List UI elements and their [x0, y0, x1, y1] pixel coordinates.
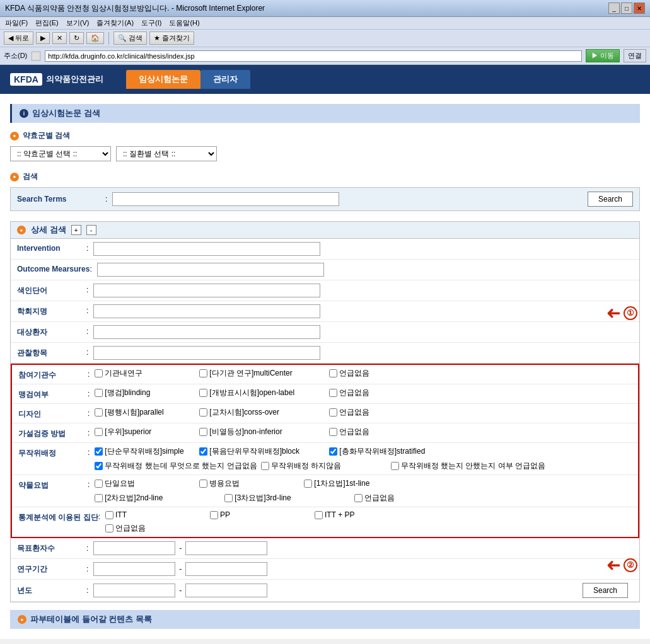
cb15-item[interactable]: [층화무작위배정]stratified: [329, 446, 455, 457]
cb8-item[interactable]: [교차시험]corss-over: [199, 407, 325, 418]
cb28-item[interactable]: 언급없음: [105, 523, 206, 534]
cb25-item[interactable]: ITT: [105, 510, 206, 519]
go-button[interactable]: ▶ 이동: [586, 49, 620, 62]
cb7-item[interactable]: [평행시험]parallel: [95, 407, 195, 418]
cb22-check[interactable]: [95, 494, 103, 502]
cb13-item[interactable]: [단순무작위배정]simple: [95, 446, 195, 457]
cb28-check[interactable]: [105, 524, 113, 532]
cb3-check[interactable]: [329, 369, 337, 377]
cb14-item[interactable]: [묶음단위무작위배정]block: [199, 446, 325, 457]
patient-input[interactable]: [93, 325, 320, 339]
year-to[interactable]: [185, 584, 267, 597]
cb6-item[interactable]: 언급없음: [329, 388, 430, 398]
cb5-check[interactable]: [199, 389, 207, 397]
restore-button[interactable]: □: [621, 3, 632, 14]
menu-view[interactable]: 보기(V): [66, 18, 90, 28]
cb27-item[interactable]: ITT + PP: [315, 510, 415, 519]
menu-tools[interactable]: 도구(I): [141, 18, 161, 28]
menu-help[interactable]: 도움말(H): [169, 18, 199, 28]
address-input[interactable]: [45, 50, 582, 62]
cb11-item[interactable]: [비열등성]non-inferior: [199, 427, 325, 437]
tab-clinical[interactable]: 임상시험논문: [126, 70, 200, 89]
cb10-item[interactable]: [우위]superior: [95, 427, 195, 437]
cb1-item[interactable]: 기관내연구: [95, 368, 195, 379]
observation-input[interactable]: [93, 346, 320, 360]
target-patients-from[interactable]: [93, 541, 175, 555]
research-period-from[interactable]: [93, 562, 175, 576]
cb23-check[interactable]: [224, 494, 233, 502]
cb12-item[interactable]: 언급없음: [329, 427, 430, 437]
cb3-item[interactable]: 언급없음: [329, 368, 430, 379]
cb20-check[interactable]: [199, 480, 207, 488]
menu-favorites[interactable]: 즐겨찾기(A): [96, 18, 134, 28]
cb10-check[interactable]: [95, 428, 103, 436]
cb9-item[interactable]: 언급없음: [329, 407, 430, 418]
keyword-input[interactable]: [93, 284, 320, 297]
drug-category-row: :: 약효군별 선택 :: :: 질환별 선택 ::: [10, 146, 640, 161]
cb26-item[interactable]: PP: [210, 510, 311, 519]
cb17-check[interactable]: [261, 462, 269, 470]
year-from[interactable]: [93, 584, 175, 597]
cb7-check[interactable]: [95, 408, 103, 417]
cb12-check[interactable]: [329, 428, 337, 436]
minimize-button[interactable]: _: [608, 3, 620, 14]
cb4-item[interactable]: [맹검]blinding: [95, 388, 195, 398]
link-button[interactable]: 연결: [624, 49, 646, 62]
cb16-item[interactable]: 무작위배정 했는데 무엇으로 했는지 언급없음: [95, 461, 257, 471]
disease-select[interactable]: :: 질환별 선택 ::: [116, 146, 217, 161]
cb26-check[interactable]: [210, 511, 218, 519]
cb21-check[interactable]: [304, 480, 312, 488]
cb22-item[interactable]: [2차요법]2nd-line: [95, 493, 221, 503]
target-patients-to[interactable]: [185, 541, 267, 555]
cb8-check[interactable]: [199, 408, 207, 417]
tab-admin[interactable]: 관리자: [200, 70, 250, 89]
cb18-check[interactable]: [391, 462, 399, 470]
stop-button[interactable]: ✕: [52, 32, 67, 44]
research-period-to[interactable]: [185, 562, 267, 576]
cb2-item[interactable]: [다기관 연구]multiCenter: [199, 368, 325, 379]
cb19-check[interactable]: [95, 480, 103, 488]
cb25-check[interactable]: [105, 511, 113, 519]
cb19-item[interactable]: 단일요법: [95, 478, 195, 489]
menu-file[interactable]: 파일(F): [5, 18, 28, 28]
back-button[interactable]: ◀ 뒤로: [4, 32, 33, 45]
cb11-check[interactable]: [199, 428, 207, 436]
search-colon: :: [105, 195, 107, 204]
cb6-check[interactable]: [329, 389, 337, 397]
menu-edit[interactable]: 편집(E): [35, 18, 59, 28]
close-button[interactable]: ✕: [634, 3, 645, 14]
cb9-check[interactable]: [329, 408, 337, 417]
cb20-item[interactable]: 병용요법: [199, 478, 300, 489]
search-button-toolbar[interactable]: 🔍 검색: [113, 32, 147, 45]
cb27-check[interactable]: [315, 511, 323, 519]
expand-plus-button[interactable]: +: [71, 225, 81, 235]
expand-minus-button[interactable]: -: [86, 225, 96, 235]
cb14-check[interactable]: [199, 447, 207, 456]
cb21-item[interactable]: [1차요법]1st-line: [304, 478, 430, 489]
search-terms-row: Search Terms : Search: [11, 188, 639, 210]
search-button-bottom[interactable]: Search: [583, 583, 628, 598]
drug-category-select[interactable]: :: 약효군별 선택 ::: [10, 146, 111, 161]
cb4-check[interactable]: [95, 389, 103, 397]
favorites-button[interactable]: ★ 즐겨찾기: [149, 32, 194, 45]
search-terms-input[interactable]: [112, 192, 339, 206]
search-button-top[interactable]: Search: [588, 192, 633, 207]
outcome-input[interactable]: [97, 263, 324, 277]
cb13-check[interactable]: [95, 447, 103, 456]
observation-row: 관찰항목 :: [11, 343, 639, 364]
cb16-check[interactable]: [95, 462, 103, 470]
cb15-check[interactable]: [329, 447, 337, 456]
cb24-check[interactable]: [354, 494, 363, 502]
cb1-check[interactable]: [95, 369, 103, 377]
cb23-item[interactable]: [3차요법]3rd-line: [224, 493, 351, 503]
intervention-input[interactable]: [93, 242, 320, 256]
cb18-item[interactable]: 무작위배정 했는지 안했는지 여부 언급없음: [391, 461, 545, 471]
cb5-item[interactable]: [개방표시시험]open-label: [199, 388, 325, 398]
cb2-check[interactable]: [199, 369, 207, 377]
cb17-item[interactable]: 무작위배정 하지않음: [261, 461, 387, 471]
journal-input[interactable]: [93, 304, 320, 318]
home-button[interactable]: 🏠: [86, 32, 104, 44]
refresh-button[interactable]: ↻: [69, 32, 84, 44]
forward-button[interactable]: ▶: [36, 32, 50, 44]
cb24-item[interactable]: 언급없음: [354, 493, 455, 503]
